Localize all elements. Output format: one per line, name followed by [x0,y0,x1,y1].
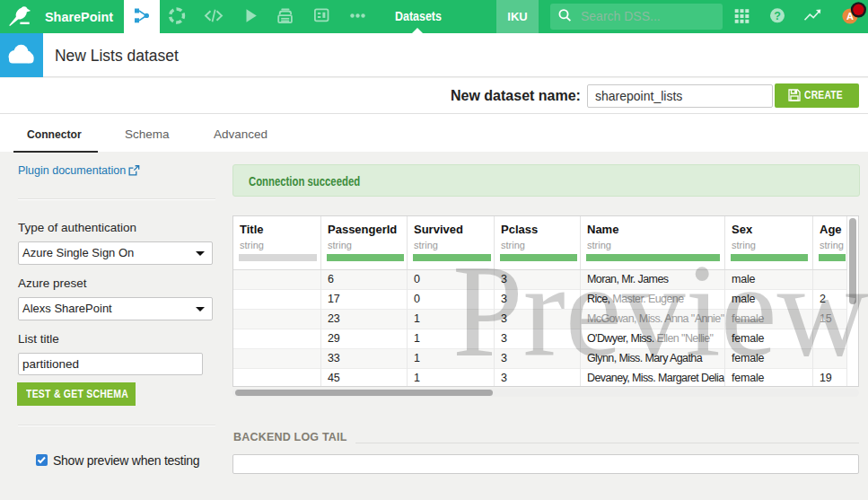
svg-text:?: ? [774,10,781,22]
